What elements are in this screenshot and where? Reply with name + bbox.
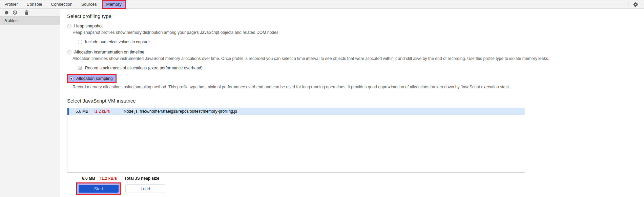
tab-sources[interactable]: Sources	[77, 0, 101, 9]
load-button[interactable]: Load	[125, 184, 165, 193]
total-heap-label: Total JS heap size	[124, 176, 159, 181]
clear-icon[interactable]	[11, 9, 19, 16]
profiler-toolbar	[0, 9, 60, 17]
total-heap-summary: 6.6 MB ↑1.2 kB/s Total JS heap size	[82, 176, 644, 181]
memory-panel-main: Select profiling type Heap snapshot Heap…	[60, 9, 644, 197]
total-heap-size: 6.6 MB	[82, 176, 95, 181]
radio-icon[interactable]	[67, 50, 71, 54]
vm-instance-name: Node.js: file:///home/rafaelgss/repos/os…	[124, 109, 237, 114]
vm-heap-size: 6.6 MB	[69, 109, 88, 114]
radio-allocation-sampling[interactable]: Allocation sampling	[67, 74, 117, 83]
vm-instance-row[interactable]: 6.6 MB ↑1.2 kB/s Node.js: file:///home/r…	[67, 108, 525, 115]
radio-icon-checked[interactable]	[69, 76, 74, 81]
allocation-timeline-description: Allocation timelines show instrumented J…	[72, 56, 644, 61]
total-heap-rate: ↑1.2 kB/s	[100, 176, 117, 181]
gear-icon[interactable]	[632, 1, 639, 7]
tab-console[interactable]: Console	[22, 0, 47, 9]
vm-instance-title: Select JavaScript VM instance	[67, 97, 644, 104]
radio-icon[interactable]	[67, 24, 71, 28]
profiling-type-title: Select profiling type	[67, 13, 644, 20]
vm-instance-list: 6.6 MB ↑1.2 kB/s Node.js: file:///home/r…	[67, 108, 525, 173]
radio-label: Allocation instrumentation on timeline	[74, 50, 144, 54]
checkbox-icon	[78, 66, 82, 70]
radio-allocation-timeline[interactable]: Allocation instrumentation on timeline	[67, 50, 644, 54]
allocation-sampling-description: Record memory allocations using sampling…	[72, 85, 644, 90]
heap-snapshot-description: Heap snapshot profiles show memory distr…	[72, 30, 644, 35]
sidebar: Profiles	[0, 9, 60, 197]
toolbar-separator	[21, 10, 21, 15]
delete-icon[interactable]	[23, 9, 30, 16]
start-button[interactable]: Start	[79, 185, 119, 193]
radio-label: Allocation sampling	[76, 76, 113, 81]
devtools-memory-panel: Profiler Console Connection Sources Memo…	[0, 0, 644, 197]
tab-memory[interactable]: Memory	[102, 0, 126, 9]
tab-profiler[interactable]: Profiler	[0, 0, 22, 9]
sidebar-item-profiles[interactable]: Profiles	[0, 17, 60, 25]
vm-heap-rate: ↑1.2 kB/s	[93, 109, 118, 114]
tab-bar: Profiler Console Connection Sources Memo…	[0, 0, 644, 9]
checkbox-label: Record stack traces of allocations (extr…	[85, 66, 203, 70]
radio-heap-snapshot[interactable]: Heap snapshot	[67, 24, 644, 28]
record-icon[interactable]	[3, 9, 10, 16]
tab-connection[interactable]: Connection	[46, 0, 77, 9]
radio-label: Heap snapshot	[74, 24, 103, 28]
start-button-annotation: Start	[76, 182, 121, 195]
checkbox-include-numerical-values[interactable]: Include numerical values in capture	[78, 40, 644, 44]
action-buttons: Start Load	[76, 182, 644, 195]
checkbox-label: Include numerical values in capture	[85, 40, 150, 44]
checkbox-record-stack-traces[interactable]: Record stack traces of allocations (extr…	[78, 66, 644, 70]
checkbox-icon[interactable]	[78, 40, 82, 44]
profiles-label: Profiles	[3, 18, 18, 23]
tabbar-separator	[628, 2, 628, 7]
